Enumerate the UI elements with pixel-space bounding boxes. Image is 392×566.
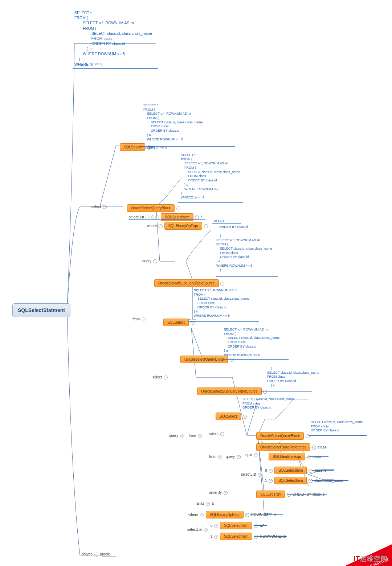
- osqb-sql: SELECT * FROM ( SELECT a.*, ROWNUM AS rn…: [181, 153, 240, 200]
- divider: [102, 557, 116, 557]
- selectlist-row: selectList − 0 − SQLSelectItem − *: [129, 213, 202, 221]
- toggle-icon[interactable]: −: [307, 455, 311, 459]
- innershort-sql: SELECT class.id, class.class_name FROM c…: [311, 420, 363, 433]
- toggle-icon[interactable]: −: [214, 524, 218, 528]
- sqlselectitem-node[interactable]: SQLSelectItem: [161, 213, 193, 221]
- toggle-icon[interactable]: −: [243, 415, 247, 419]
- query-label-2: query −: [169, 434, 185, 438]
- divider: [309, 456, 328, 457]
- toggle-icon[interactable]: −: [220, 432, 224, 436]
- divider: [312, 480, 348, 481]
- from-label-2: from −: [189, 434, 203, 438]
- divider: [218, 230, 254, 230]
- selectlist-label-3: selectList −: [187, 528, 209, 532]
- toggle-icon[interactable]: −: [198, 434, 202, 438]
- orderby-text: ORDER BY class.id: [219, 225, 248, 229]
- toggle-icon[interactable]: −: [306, 434, 310, 438]
- top-sql: SELECT * FROM ( SELECT a.*, ROWNUM AS rn…: [74, 10, 152, 67]
- toggle-icon[interactable]: −: [224, 491, 228, 495]
- toggle-icon[interactable]: −: [309, 469, 313, 473]
- ossts2-node[interactable]: OracleSelectSubqueryTableSource −: [197, 387, 268, 395]
- inner3-sql: SELECT class.id, class.class_name FROM c…: [242, 397, 294, 410]
- sqlbinaryop-node[interactable]: SQLBinaryOpExpr: [206, 511, 244, 518]
- divider: [312, 470, 334, 471]
- divider: [254, 536, 287, 537]
- toggle-icon[interactable]: −: [254, 535, 258, 539]
- subq2-sql: SELECT a.*, ROWNUM AS rn FROM ( SELECT c…: [194, 288, 249, 318]
- divider: [178, 202, 243, 203]
- sqlselectitem-node[interactable]: SQLSelectItem: [220, 522, 252, 529]
- rn-ge-4: rn >= 4: [214, 219, 225, 223]
- toggle-icon[interactable]: −: [159, 224, 163, 228]
- epxr-label: epxr −: [245, 453, 259, 457]
- sqlbinaryop-node[interactable]: SQLBinaryOpExpr: [164, 222, 202, 230]
- toggle-icon[interactable]: −: [214, 535, 218, 539]
- divider: [212, 223, 241, 224]
- select-label: select −: [91, 205, 107, 209]
- select-label-3: select −: [209, 432, 225, 436]
- divider: [250, 514, 283, 515]
- toggle-icon[interactable]: −: [142, 317, 146, 321]
- sqlselectitem-node[interactable]: SQLSelectItem: [274, 467, 307, 474]
- toggle-icon[interactable]: −: [220, 282, 224, 286]
- divider: [309, 435, 367, 436]
- toggle-icon[interactable]: −: [164, 376, 168, 380]
- query-label-3: query −: [226, 455, 241, 459]
- toggle-icon[interactable]: −: [153, 259, 157, 263]
- toggle-icon[interactable]: −: [245, 513, 249, 517]
- divider: [73, 68, 158, 69]
- sqlselect-sql: SELECT * FROM ( SELECT a.*, ROWNUM AS rn…: [143, 103, 238, 150]
- toggle-icon[interactable]: −: [263, 390, 267, 394]
- selectlist-label-2: selectList −: [241, 472, 262, 477]
- toggle-icon[interactable]: −: [258, 473, 262, 477]
- toggle-icon[interactable]: −: [287, 493, 291, 497]
- orderby-label: orderBy −: [209, 491, 228, 495]
- divider: [287, 494, 327, 495]
- divider: [213, 506, 219, 506]
- subq3-sql: SELECT a.*, ROWNUM AS rn FROM ( SELECT c…: [224, 328, 279, 357]
- toggle-icon[interactable]: −: [103, 205, 107, 209]
- toggle-icon[interactable]: −: [237, 455, 241, 459]
- subq1-sql: ( SELECT a.*, ROWNUM AS rn FROM ( SELECT…: [216, 234, 272, 272]
- toggle-icon[interactable]: −: [204, 224, 208, 228]
- sqlselect-node[interactable]: SQLSelect −: [120, 143, 152, 151]
- toggle-icon[interactable]: −: [180, 434, 184, 438]
- sqlselect3-node[interactable]: SQLSelect −: [216, 413, 248, 420]
- toggle-icon[interactable]: −: [218, 455, 222, 459]
- divider: [223, 359, 289, 360]
- divider: [261, 391, 312, 391]
- from-label-3: from −: [209, 455, 223, 459]
- toggle-icon[interactable]: −: [204, 528, 208, 532]
- sqlselect2-node[interactable]: SQLSelect −: [163, 319, 195, 326]
- divider: [254, 525, 267, 526]
- sqlselectitem-node[interactable]: SQLSelectItem: [274, 477, 307, 484]
- sqlselectitem-node[interactable]: SQLSelectItem: [220, 533, 252, 540]
- divider: [141, 146, 235, 147]
- divider: [216, 276, 278, 277]
- from-label: from −: [132, 317, 146, 321]
- select-label-inner: select −: [152, 375, 168, 380]
- toggle-icon[interactable]: −: [254, 453, 258, 457]
- innerparen-sql: ( SELECT class.id, class.class_name FROM…: [267, 366, 319, 387]
- alias-row: alias − a: [197, 501, 214, 506]
- toggle-icon[interactable]: −: [176, 206, 180, 210]
- divider: [309, 447, 328, 447]
- root-node[interactable]: SQLSelectStatment: [12, 303, 70, 317]
- toggle-icon[interactable]: −: [269, 469, 273, 473]
- toggle-icon[interactable]: −: [269, 479, 273, 483]
- where-row: where − SQLBinaryOpExpr −: [147, 222, 209, 230]
- divider: [188, 321, 259, 322]
- osqb-node[interactable]: OracleSelectQueryBlock −: [127, 204, 181, 212]
- watermark: IT运维空间: [354, 554, 388, 563]
- toggle-icon[interactable]: −: [206, 502, 210, 506]
- osqb3-node[interactable]: OracleSelectQueryBlock −: [256, 432, 310, 440]
- toggle-icon[interactable]: −: [254, 524, 258, 528]
- toggle-icon[interactable]: −: [94, 553, 98, 557]
- toggle-icon[interactable]: −: [230, 358, 234, 362]
- ossts-node[interactable]: OracleSelectSubqueryTableSource −: [154, 279, 225, 287]
- toggle-icon[interactable]: −: [309, 479, 313, 483]
- query-label: query −: [142, 259, 158, 263]
- dbtype-row: dbtype − oracle: [82, 552, 110, 557]
- toggle-icon[interactable]: −: [312, 446, 316, 450]
- toggle-icon[interactable]: −: [200, 513, 204, 517]
